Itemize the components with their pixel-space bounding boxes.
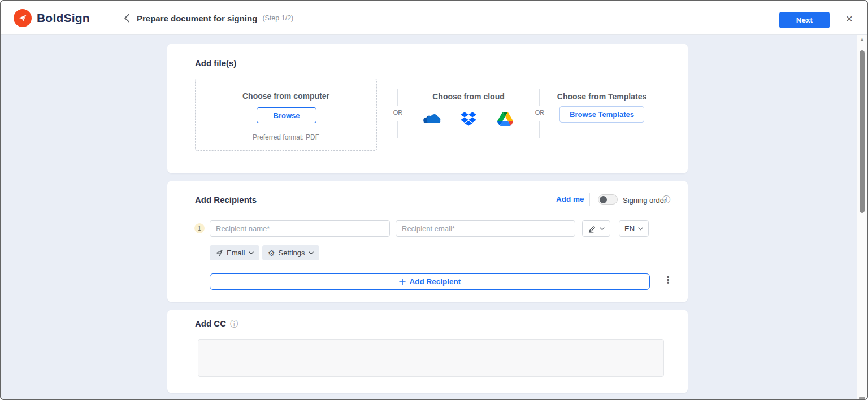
delivery-mode-dropdown[interactable]: Email: [210, 245, 259, 260]
format-hint: Preferred format: PDF: [196, 133, 376, 141]
back-button[interactable]: [120, 11, 133, 25]
choose-cloud-label: Choose from cloud: [410, 92, 527, 101]
brand-logo: BoldSign: [1, 1, 112, 35]
recipient-more-menu-icon[interactable]: ⋮: [663, 275, 672, 288]
add-me-link[interactable]: Add me: [556, 195, 584, 203]
language-dropdown[interactable]: EN: [619, 220, 649, 237]
vertical-separator: [589, 193, 590, 206]
signer-type-dropdown[interactable]: [582, 220, 610, 237]
add-recipients-title: Add Recipients: [195, 195, 257, 205]
or-label: OR: [528, 109, 551, 116]
app-window: BoldSign Prepare document for signing (S…: [0, 0, 868, 400]
language-value: EN: [624, 224, 635, 233]
add-files-title: Add file(s): [195, 58, 236, 68]
toggle-knob: [600, 196, 607, 203]
add-files-card: Add file(s) Choose from computer Browse …: [167, 44, 688, 173]
recipient-name-input[interactable]: [210, 220, 390, 237]
info-icon[interactable]: ⓘ: [230, 320, 238, 328]
chevron-down-icon: [249, 251, 254, 255]
boldsign-logo-icon: [14, 9, 32, 27]
recipient-number-badge: 1: [194, 223, 205, 233]
signing-order-label: Signing order: [623, 196, 666, 205]
delivery-mode-label: Email: [227, 249, 245, 257]
browse-templates-button[interactable]: Browse Templates: [559, 106, 644, 123]
brand-name: BoldSign: [37, 11, 90, 25]
cloud-section: Choose from cloud: [410, 92, 527, 101]
page-title-text: Prepare document for signing: [137, 14, 257, 23]
choose-computer-label: Choose from computer: [196, 92, 376, 101]
or-label: OR: [387, 109, 409, 116]
scroll-up-arrow-icon[interactable]: ▲: [857, 37, 867, 42]
scrollbar-thumb[interactable]: [860, 50, 865, 213]
dropbox-icon[interactable]: [457, 109, 480, 128]
send-plane-icon: [215, 249, 223, 257]
chevron-down-icon: [309, 251, 314, 255]
signature-pen-icon: [588, 225, 596, 233]
chevron-down-icon: [600, 227, 605, 231]
next-button[interactable]: Next: [779, 12, 830, 28]
divider-line: [539, 89, 540, 106]
close-icon[interactable]: ×: [841, 10, 858, 27]
header-divider: [837, 10, 837, 27]
main-content: Add file(s) Choose from computer Browse …: [1, 35, 867, 399]
onedrive-icon[interactable]: [420, 109, 443, 128]
scrollbar-track[interactable]: ▲: [857, 35, 867, 399]
file-dropzone[interactable]: Choose from computer Browse Preferred fo…: [195, 79, 377, 151]
add-cc-title: Add CC: [195, 319, 226, 328]
divider-line: [539, 121, 540, 138]
chevron-down-icon: [638, 227, 643, 231]
divider-line: [397, 121, 398, 138]
divider-line: [397, 89, 398, 106]
recipient-email-input[interactable]: [396, 220, 575, 237]
cc-email-input-area[interactable]: [198, 339, 664, 377]
top-bar: BoldSign Prepare document for signing (S…: [1, 1, 867, 35]
recipient-settings-dropdown[interactable]: ⚙ Settings: [262, 245, 319, 260]
add-cc-card: Add CC ⓘ: [167, 310, 688, 393]
page-title: Prepare document for signing (Step 1/2): [137, 1, 293, 35]
scroll-down-button[interactable]: [859, 397, 865, 399]
browse-button[interactable]: Browse: [257, 107, 316, 123]
settings-label: Settings: [279, 249, 305, 257]
templates-section: Choose from Templates Browse Templates: [549, 92, 654, 101]
add-recipients-card: Add Recipients Add me Signing order ⓘ 1: [167, 181, 688, 302]
add-recipient-button[interactable]: Add Recipient: [210, 273, 650, 290]
signing-order-toggle[interactable]: [598, 194, 618, 205]
info-icon[interactable]: ⓘ: [662, 195, 670, 203]
plus-icon: [399, 279, 406, 285]
add-recipient-label: Add Recipient: [410, 277, 461, 286]
gear-icon: ⚙: [268, 249, 275, 257]
google-drive-icon[interactable]: [494, 109, 517, 128]
step-indicator: (Step 1/2): [262, 14, 293, 22]
choose-templates-label: Choose from Templates: [549, 92, 654, 101]
cloud-provider-icons: [410, 109, 527, 128]
